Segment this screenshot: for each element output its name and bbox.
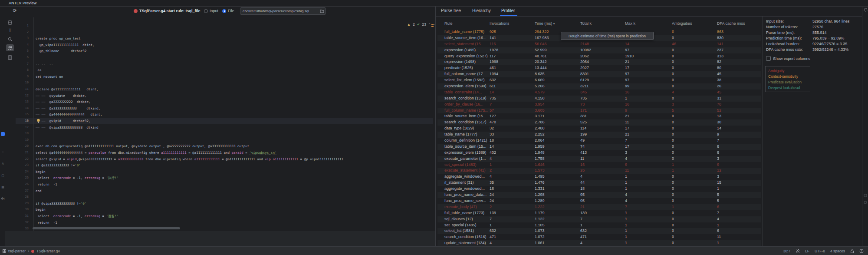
activity-annotate-icon[interactable]: A — [1, 162, 5, 166]
code-line[interactable]: 2 — [16, 29, 434, 36]
code-line[interactable]: 23if @a333333333333 !='0' — [16, 162, 434, 169]
activity-problems-icon[interactable]: �! — [1, 197, 5, 201]
code-line[interactable]: 11declare @a1111111111111 dtint, — [16, 86, 434, 93]
profiler-row[interactable]: expression (1495)197852.99910982970237 — [437, 47, 761, 53]
profiler-row[interactable]: table_name (1777)332.2521992109 — [437, 132, 761, 138]
file-path-input[interactable]: ebelice/Github/tsql-parser/examples/big.… — [240, 7, 326, 15]
code-line[interactable]: 5 @p_tblname dtchar32 — [16, 48, 434, 54]
profiler-row[interactable]: update_statement (134)41.0614101 — [437, 240, 761, 246]
profiler-row[interactable]: expression (1498)199820.342206421082 — [437, 59, 761, 65]
code-line[interactable]: 10 — [16, 79, 434, 86]
readonly-pen-icon[interactable] — [796, 249, 800, 253]
users-icon[interactable] — [6, 44, 14, 51]
profiler-row[interactable]: set_special (1483)11.64616919 — [437, 162, 761, 168]
code-line[interactable]: 14—— —— @a333333333333 dtkind, — [16, 105, 434, 112]
profiler-row[interactable]: sql_clauses (12)71.1227104 — [437, 216, 761, 222]
status-breadcrumb[interactable]: tsql-parser › TSqlParser.g4 — [3, 247, 60, 255]
activity-grid-icon[interactable]: ▦ — [1, 185, 5, 189]
tab-hierarchy[interactable]: Hierarchy — [472, 8, 491, 13]
caret-position[interactable]: 30:7 — [783, 249, 790, 253]
profiler-row[interactable]: if_statement (31)351.476441015 — [437, 180, 761, 186]
code-line[interactable]: 3create proc up_com_test — [16, 35, 434, 42]
error-stripe-mark[interactable] — [431, 24, 434, 25]
code-line[interactable]: 24begin — [16, 169, 434, 175]
file-path-value[interactable]: ebelice/Github/tsql-parser/examples/big.… — [240, 9, 320, 13]
code-line[interactable]: 1 — [16, 23, 434, 29]
prev-issue-icon[interactable]: ⌃ — [428, 23, 431, 26]
code-line[interactable]: 31 select errorcode = -1, errormsg = '准备… — [16, 213, 434, 219]
profiler-row[interactable]: table_constraint (14...144.57934516445 — [437, 89, 761, 96]
col-time[interactable]: Time (ms) ▾ — [535, 18, 580, 29]
code-line[interactable]: 27end — [16, 188, 434, 194]
activity-square-icon[interactable]: ▢ — [1, 173, 5, 177]
search-icon[interactable] — [6, 36, 14, 43]
col-total-k[interactable]: Total k — [580, 18, 625, 29]
profiler-row[interactable]: full_table_name (1773)1391.179139107 — [437, 210, 761, 216]
code-line[interactable]: 6 — [16, 54, 434, 61]
error-stripe-mark[interactable] — [431, 26, 434, 27]
profiler-row[interactable]: execute_statement (41)21.5732611112 — [437, 168, 761, 174]
show-expert-columns-checkbox[interactable]: Show expert columns — [766, 56, 810, 61]
code-line[interactable]: 22select @vipid = vipid,@vipa33333333333… — [16, 156, 434, 162]
book-icon[interactable] — [6, 54, 14, 61]
layout-icon[interactable] — [6, 19, 14, 26]
code-line[interactable]: 32 return -1 — [16, 219, 434, 226]
tab-parse-tree[interactable]: Parse tree — [441, 8, 461, 13]
code-line[interactable]: 9set nocount on — [16, 73, 434, 80]
profiler-row[interactable]: select_statement (15...11656.04621481446… — [437, 41, 761, 47]
profiler-row[interactable]: table_source_item (15...141.959741708 — [437, 144, 761, 150]
profiler-row[interactable]: select_list (1581)6321.073632106 — [437, 228, 761, 234]
code-line[interactable]: 19 — [16, 137, 434, 143]
code-line[interactable]: 25 select errorcode = -1, errormsg = '执行… — [16, 175, 434, 181]
profiler-row[interactable]: data_type (1829)322.48811417014 — [437, 126, 761, 132]
right-stripe-icon[interactable] — [864, 194, 867, 197]
profiler-row[interactable]: search_condition (1517)4702.78652511030 — [437, 119, 761, 126]
profiler-row[interactable]: column_definition (1421)182.06449707 — [437, 138, 761, 144]
code-line[interactable]: 8 as — [16, 67, 434, 73]
folder-icon[interactable] — [320, 9, 324, 13]
code-line[interactable]: 26 return -1 — [16, 181, 434, 188]
code-line[interactable]: 21select @a444444444444444 = paravalue f… — [16, 149, 434, 156]
file-radio-label[interactable]: File — [228, 9, 234, 13]
code-line[interactable]: 12—— —— @sysdate dtdate, — [16, 93, 434, 99]
profiler-row[interactable]: full_column_name (17...10948.63583019704… — [437, 71, 761, 77]
code-line[interactable]: 7-- -- -- — [16, 61, 434, 67]
code-line[interactable]: 16 —— @vipid dtchar32, — [16, 118, 434, 124]
code-line[interactable]: 30begin — [16, 206, 434, 213]
code-line[interactable]: 17—— —— @vipa333333333333 dtkind — [16, 124, 434, 131]
code-line[interactable]: 15—— —— @a4444444444444444 dtint, — [16, 111, 434, 118]
input-radio-label[interactable]: Input — [210, 9, 218, 13]
profiler-row[interactable]: aggregate_windowed...41.4954103 — [437, 174, 761, 180]
col-rule[interactable]: Rule — [444, 18, 490, 29]
col-dfa-cache-miss[interactable]: DFA cache miss — [717, 18, 756, 29]
info-panel-splitter[interactable] — [763, 16, 763, 246]
profiler-row[interactable]: full_column_name (175...573.6051719552 — [437, 108, 761, 114]
activity-circle-icon[interactable]: ◌ — [1, 150, 5, 154]
expert-columns-label[interactable]: Show expert columns — [773, 56, 810, 61]
profiler-row[interactable]: set_special (1485)11.1051101 — [437, 222, 761, 229]
project-name[interactable]: tsql-parser — [8, 249, 26, 253]
profiler-row[interactable]: expression_elem (1590)6115.266321199026 — [437, 83, 761, 89]
profiler-row[interactable]: predicate (1525)46113.444292717080 — [437, 65, 761, 71]
horizontal-scrollbar[interactable] — [33, 227, 180, 229]
line-ending[interactable]: LF — [805, 249, 809, 253]
profiler-row[interactable]: func_proc_name_data...241.29895405 — [437, 192, 761, 198]
intention-bulb-icon[interactable] — [36, 119, 40, 123]
code-line[interactable]: 20exec nb_com_getsysconfig @a11111111111… — [16, 143, 434, 149]
current-file-name[interactable]: TSqlParser.g4 — [36, 249, 60, 253]
profiler-row[interactable]: expression_elem (1589)4021.948413308 — [437, 150, 761, 156]
right-stripe-icon[interactable] — [864, 201, 867, 204]
panel-splitter[interactable] — [435, 7, 436, 246]
code-line[interactable]: 13—— —— @a2222222222 dtdate, — [16, 99, 434, 105]
profiler-row[interactable]: aggregate_windowed...181.33118101 — [437, 186, 761, 192]
profiler-row[interactable]: execute_parameter (1...41.75811403 — [437, 156, 761, 162]
file-radio[interactable]: File — [222, 9, 234, 13]
code-line[interactable]: 18 — [16, 130, 434, 137]
profiler-row[interactable]: table_source_item (15...1273.17138121013 — [437, 113, 761, 119]
col-ambiguities[interactable]: Ambiguities — [672, 18, 717, 29]
refresh-icon[interactable]: ⟳ — [11, 7, 18, 14]
radio-on-icon[interactable] — [222, 9, 226, 13]
active-toolwindow-indicator[interactable] — [1, 132, 5, 136]
code-line[interactable]: 29if @vipa333333333333 !='0' — [16, 200, 434, 207]
profiler-row[interactable]: order_by_clause (16...73.9547316378 — [437, 102, 761, 108]
